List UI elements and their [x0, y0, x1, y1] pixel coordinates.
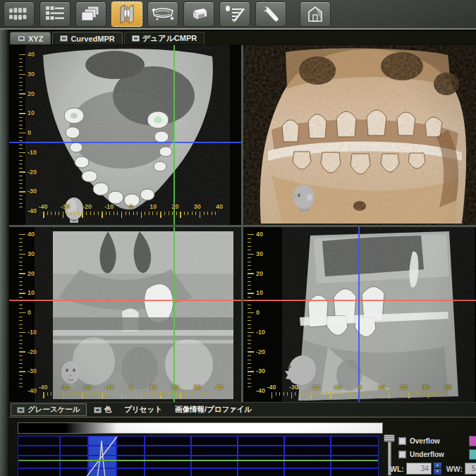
volume-render-view[interactable] — [243, 45, 476, 225]
coronal-crosshair-vertical[interactable] — [173, 227, 175, 402]
ww-input[interactable]: 5735 — [465, 463, 476, 475]
coronal-view[interactable]: 403020100-10-20-30-40 -40-30-20-10010203… — [9, 227, 241, 402]
underflow-color-picker[interactable]: ▼ — [469, 449, 476, 460]
wl-spinner[interactable]: ▲▼ — [434, 463, 441, 475]
ruler-label: -30 — [61, 203, 70, 210]
home-3d-icon — [305, 4, 325, 24]
wl-ww-row: WL: 34 ▲▼ WW: 5735 ▲▼ — [390, 463, 476, 475]
ruler-label: 40 — [216, 203, 223, 210]
gamma-line[interactable] — [18, 460, 378, 461]
sagittal-ct-slice — [243, 227, 476, 402]
ruler-label: 20 — [28, 270, 35, 277]
image-info-tab-label: 画像情報/プロファイル — [175, 405, 252, 415]
dental-arch-icon — [151, 6, 175, 23]
image-stack-button[interactable] — [75, 1, 106, 27]
curvedmpr-tab-icon — [60, 35, 68, 42]
ruler-label: 10 — [378, 384, 385, 391]
axial-crosshair-horizontal[interactable] — [9, 142, 241, 143]
view-tabbar: XYZ CurvedMPR デュアルCMPR — [0, 31, 476, 45]
ruler-label: 40 — [28, 51, 35, 58]
tooth-chart-icon — [8, 6, 30, 22]
thumbnail-list-icon — [44, 6, 66, 23]
curvedmpr-tab-label: CurvedMPR — [71, 35, 114, 43]
sagittal-bottom-ruler: -40-30-20-10010203040 — [271, 384, 448, 391]
ruler-label: -30 — [28, 188, 37, 195]
quadrant-divider-vertical[interactable] — [241, 45, 243, 402]
wrench-icon — [261, 5, 281, 23]
tab-color[interactable]: 色 — [88, 403, 118, 416]
histogram-zoom-knob[interactable] — [384, 434, 395, 442]
report-edit-button[interactable] — [219, 1, 250, 27]
ruler-label: -10 — [104, 203, 114, 210]
dual-cmpr-tab-icon — [132, 35, 140, 42]
sagittal-bottom-ruler-ticks — [271, 392, 448, 398]
ruler-label: 0 — [129, 203, 133, 210]
ruler-label: 20 — [400, 384, 407, 391]
ruler-label: -10 — [333, 384, 342, 391]
overflow-row: Overflow — [398, 434, 475, 448]
settings-wrench-button[interactable] — [255, 1, 286, 27]
ruler-label: 40 — [444, 384, 451, 391]
overflow-label: Overflow — [410, 437, 475, 445]
ruler-label: 20 — [171, 203, 178, 210]
main-toolbar — [0, 0, 476, 30]
ruler-label: 0 — [358, 384, 361, 391]
underflow-color-swatch — [470, 450, 476, 459]
tab-grayscale[interactable]: グレースケール — [11, 403, 87, 416]
sagittal-left-ruler: 403020100-10-20-30-40 — [256, 234, 270, 391]
color-tab-label: 色 — [104, 405, 112, 415]
ruler-label: 30 — [256, 250, 263, 257]
sagittal-crosshair-vertical[interactable] — [358, 227, 360, 402]
ruler-label: -30 — [256, 367, 265, 374]
ruler-label: 30 — [422, 384, 429, 391]
home-3d-button[interactable] — [300, 1, 331, 27]
tab-curvedmpr[interactable]: CurvedMPR — [52, 32, 122, 44]
printer-icon — [189, 5, 209, 23]
dental-arch-panorama-button[interactable] — [147, 1, 178, 27]
axial-crosshair-vertical[interactable] — [173, 45, 175, 225]
ruler-label: -40 — [256, 387, 265, 394]
axial-left-ruler-ticks — [19, 54, 25, 211]
ruler-label: 10 — [28, 289, 35, 296]
sagittal-left-ruler-ticks — [248, 234, 254, 391]
ruler-label: -20 — [256, 348, 265, 355]
ww-label: WW: — [446, 465, 463, 473]
tab-preset[interactable]: プリセット — [118, 403, 168, 416]
quadrant-divider-horizontal[interactable] — [9, 225, 476, 227]
ruler-label: -20 — [311, 384, 320, 391]
color-tab-icon — [94, 407, 102, 413]
overflow-color-picker[interactable]: ▼ — [469, 436, 476, 446]
underflow-checkbox[interactable] — [398, 451, 406, 458]
histogram-grid[interactable] — [18, 436, 379, 476]
ruler-label: 30 — [28, 71, 35, 78]
ruler-label: -30 — [289, 384, 298, 391]
wl-label: WL: — [390, 465, 404, 473]
ruler-label: -10 — [28, 149, 37, 156]
grayscale-gradient-bar[interactable] — [18, 422, 383, 434]
ruler-label: 20 — [256, 270, 263, 277]
coronal-crosshair-horizontal[interactable] — [9, 300, 241, 301]
mpr-xyz-view-button[interactable] — [111, 1, 142, 27]
ruler-label: -20 — [83, 384, 92, 391]
axial-bottom-ruler: -40-30-20-10010203040 — [43, 203, 219, 210]
overflow-checkbox[interactable] — [398, 437, 406, 445]
ruler-label: 30 — [194, 203, 201, 210]
axial-ct-slice — [9, 45, 241, 225]
print-button[interactable] — [183, 1, 214, 27]
xyz-tab-icon — [18, 35, 25, 42]
tab-dual-cmpr[interactable]: デュアルCMPR — [124, 32, 205, 44]
ruler-label: 30 — [28, 250, 35, 257]
tab-image-info-profile[interactable]: 画像情報/プロファイル — [169, 403, 257, 416]
tab-xyz[interactable]: XYZ — [10, 32, 51, 44]
wl-input[interactable]: 34 — [406, 463, 432, 475]
thumbnail-list-button[interactable] — [39, 1, 71, 27]
coronal-ct-slice — [9, 227, 241, 402]
tooth-chart-button[interactable] — [4, 1, 35, 27]
axial-view[interactable]: 403020100-10-20-30-40 -40-30-20-10010203… — [9, 45, 241, 225]
grayscale-histogram-panel: Overflow Underflow ▼ ▼ WL: 34 ▲▼ WW: 573… — [9, 417, 476, 476]
sagittal-crosshair-horizontal[interactable] — [243, 300, 476, 301]
ruler-label: -20 — [28, 169, 37, 176]
sagittal-view[interactable]: 403020100-10-20-30-40 -40-30-20-10010203… — [243, 227, 476, 402]
ruler-label: -40 — [38, 384, 47, 391]
ruler-label: 40 — [216, 384, 223, 391]
